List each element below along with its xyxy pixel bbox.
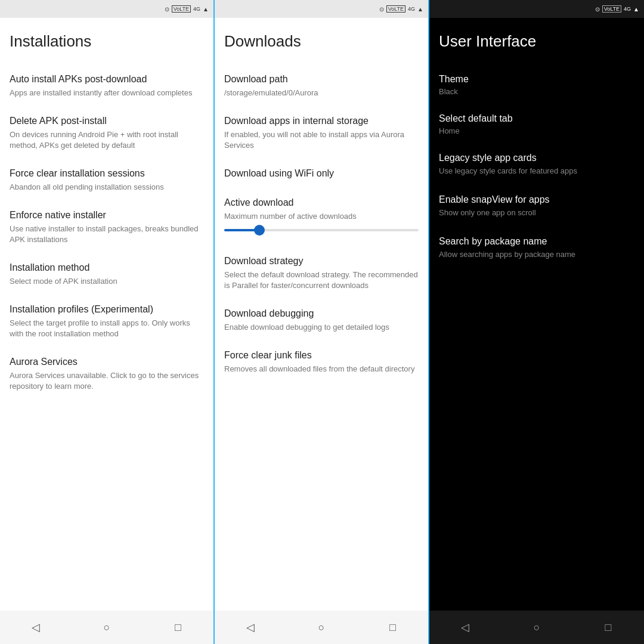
recent-icon-right	[605, 621, 612, 634]
back-button-middle[interactable]	[239, 615, 262, 639]
downloads-title: Downloads	[224, 32, 419, 51]
search-package-title: Search by package name	[439, 236, 634, 248]
legacy-cards-item[interactable]: Legacy style app cards Use legacy style …	[439, 144, 634, 185]
internal-storage-item[interactable]: Download apps in internal storage If ena…	[224, 107, 419, 159]
volte-icon-left: VoLTE	[172, 5, 191, 13]
recent-button-right[interactable]	[596, 615, 620, 639]
download-strategy-subtitle: Select the default download strategy. Th…	[224, 270, 419, 291]
download-strategy-item[interactable]: Download strategy Select the default dow…	[224, 247, 419, 299]
status-icons-left: ⊙ VoLTE 4G ▲	[165, 5, 209, 13]
nav-bar-middle	[215, 611, 428, 644]
volte-icon-middle: VoLTE	[386, 5, 405, 13]
home-icon-right	[534, 621, 540, 634]
theme-item[interactable]: Theme Black	[439, 65, 634, 104]
active-download-subtitle: Maximum number of active downloads	[224, 211, 419, 222]
home-icon-left	[104, 621, 110, 634]
auto-install-title: Auto install APKs post-download	[10, 73, 204, 86]
signal-icon-left: ▲	[203, 6, 209, 13]
downloads-content: Downloads Download path /storage/emulate…	[215, 18, 428, 611]
snapview-title: Enable snapView for apps	[439, 194, 634, 206]
installation-profiles-title: Installation profiles (Experimental)	[10, 304, 204, 316]
slider-track[interactable]	[224, 229, 419, 231]
ui-title: User Interface	[439, 32, 634, 51]
installation-method-title: Installation method	[10, 262, 204, 274]
recent-icon-left	[175, 621, 181, 634]
4g-icon-middle: 4G	[408, 6, 415, 12]
ui-panel: ⊙ VoLTE 4G ▲ User Interface Theme Black …	[429, 0, 644, 644]
recent-icon-middle	[389, 621, 396, 634]
delete-apk-title: Delete APK post-install	[10, 115, 204, 128]
installation-method-item[interactable]: Installation method Select mode of APK i…	[10, 253, 204, 295]
snapview-item[interactable]: Enable snapView for apps Show only one a…	[439, 185, 634, 227]
theme-value: Black	[439, 87, 634, 96]
download-debugging-title: Download debugging	[224, 308, 419, 320]
downloads-panel: ⊙ VoLTE 4G ▲ Downloads Download path /st…	[215, 0, 429, 644]
internal-storage-subtitle: If enabled, you will not able to install…	[224, 129, 419, 151]
legacy-cards-subtitle: Use legacy style cards for featured apps	[439, 166, 634, 177]
wifi-icon-left: ⊙	[165, 6, 169, 13]
status-bar-left: ⊙ VoLTE 4G ▲	[0, 0, 213, 18]
status-icons-middle: ⊙ VoLTE 4G ▲	[379, 5, 423, 13]
aurora-services-subtitle: Aurora Services unavailable. Click to go…	[10, 370, 204, 392]
default-tab-value: Home	[439, 126, 634, 135]
theme-title: Theme	[439, 73, 634, 86]
nav-bar-left	[0, 611, 213, 644]
auto-install-item[interactable]: Auto install APKs post-download Apps are…	[10, 65, 204, 107]
enforce-native-item[interactable]: Enforce native installer Use native inst…	[10, 201, 204, 253]
installation-profiles-item[interactable]: Installation profiles (Experimental) Sel…	[10, 295, 204, 348]
wifi-icon-right: ⊙	[595, 6, 600, 13]
back-icon-right	[461, 621, 469, 634]
delete-apk-item[interactable]: Delete APK post-install On devices runni…	[10, 107, 204, 159]
force-clear-sessions-subtitle: Abandon all old pending installation ses…	[10, 182, 204, 193]
back-button-right[interactable]	[453, 615, 477, 639]
slider-thumb[interactable]	[254, 225, 265, 236]
recent-button-middle[interactable]	[380, 615, 404, 639]
enforce-native-subtitle: Use native installer to install packages…	[10, 224, 204, 245]
force-clear-junk-item[interactable]: Force clear junk files Removes all downl…	[224, 341, 419, 383]
force-clear-sessions-item[interactable]: Force clear installation sessions Abando…	[10, 159, 204, 201]
installation-method-subtitle: Select mode of APK installation	[10, 276, 204, 287]
back-icon-middle	[246, 621, 255, 634]
force-clear-junk-title: Force clear junk files	[224, 349, 419, 362]
active-download-title: Active download	[224, 197, 419, 209]
status-icons-right: ⊙ VoLTE 4G ▲	[595, 5, 639, 13]
back-icon-left	[32, 621, 40, 634]
download-debugging-item[interactable]: Download debugging Enable download debug…	[224, 299, 419, 341]
search-package-item[interactable]: Search by package name Allow searching a…	[439, 227, 634, 269]
wifi-only-item[interactable]: Download using WiFi only	[224, 159, 419, 188]
status-bar-middle: ⊙ VoLTE 4G ▲	[215, 0, 428, 18]
download-path-subtitle: /storage/emulated/0/Aurora	[224, 88, 419, 98]
snapview-subtitle: Show only one app on scroll	[439, 208, 634, 218]
download-debugging-subtitle: Enable download debugging to get detaile…	[224, 322, 419, 333]
active-download-slider-container	[224, 229, 419, 231]
home-button-left[interactable]	[95, 615, 119, 639]
installations-panel: ⊙ VoLTE 4G ▲ Installations Auto install …	[0, 0, 215, 644]
download-strategy-title: Download strategy	[224, 255, 419, 268]
installation-profiles-subtitle: Select the target profile to install app…	[10, 318, 204, 339]
delete-apk-subtitle: On devices running Android Pie + with ro…	[10, 129, 204, 151]
4g-icon-right: 4G	[624, 6, 631, 12]
legacy-cards-title: Legacy style app cards	[439, 152, 634, 165]
wifi-icon-middle: ⊙	[379, 6, 384, 13]
download-path-item[interactable]: Download path /storage/emulated/0/Aurora	[224, 65, 419, 107]
ui-content: User Interface Theme Black Select defaul…	[429, 18, 644, 611]
home-icon-middle	[318, 621, 325, 634]
home-button-right[interactable]	[525, 615, 549, 639]
internal-storage-title: Download apps in internal storage	[224, 115, 419, 128]
back-button-left[interactable]	[24, 615, 48, 639]
default-tab-item[interactable]: Select default tab Home	[439, 104, 634, 144]
active-download-item[interactable]: Active download Maximum number of active…	[224, 188, 419, 247]
aurora-services-item[interactable]: Aurora Services Aurora Services unavaila…	[10, 348, 204, 400]
search-package-subtitle: Allow searching apps by package name	[439, 249, 634, 260]
download-path-title: Download path	[224, 73, 419, 86]
wifi-only-title: Download using WiFi only	[224, 168, 419, 180]
recent-button-left[interactable]	[166, 615, 190, 639]
installations-title: Installations	[10, 32, 204, 51]
signal-icon-middle: ▲	[417, 6, 423, 13]
home-button-middle[interactable]	[309, 615, 333, 639]
auto-install-subtitle: Apps are installed instantly after downl…	[10, 88, 204, 98]
4g-icon-left: 4G	[193, 6, 200, 12]
enforce-native-title: Enforce native installer	[10, 209, 204, 222]
installations-content: Installations Auto install APKs post-dow…	[0, 18, 213, 611]
nav-bar-right	[429, 611, 644, 644]
